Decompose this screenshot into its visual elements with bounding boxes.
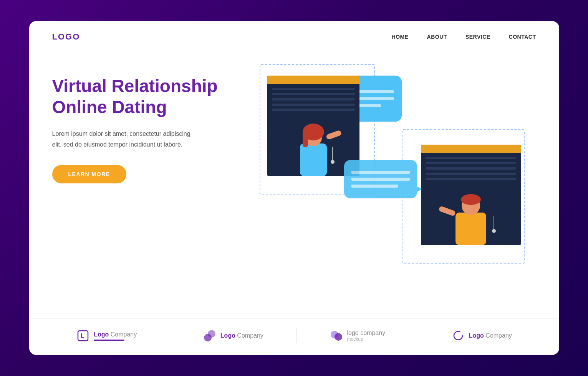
woman-illustration	[283, 117, 344, 176]
blind-slat	[272, 93, 355, 95]
nav-about[interactable]: ABOUT	[427, 34, 447, 40]
blind-slat	[272, 98, 355, 101]
footer-logo-text-4: Logo Company	[469, 332, 512, 339]
blind-slat	[426, 167, 516, 170]
nav: HOME ABOUT SERVICE CONTACT	[392, 34, 536, 40]
logo-1-icon: L	[77, 330, 89, 341]
window-blinds-2	[421, 153, 521, 184]
svg-text:L: L	[81, 333, 84, 339]
page-card: LOGO HOME ABOUT SERVICE CONTACT Virtual …	[29, 21, 559, 355]
chat-line-6	[351, 185, 398, 188]
window-woman	[267, 76, 359, 176]
svg-rect-0	[300, 143, 327, 176]
footer-logo-text-3: logo company mockup	[347, 330, 386, 342]
svg-rect-3	[303, 132, 308, 147]
footer-divider-1	[170, 328, 170, 343]
svg-point-9	[461, 194, 481, 205]
logo[interactable]: LOGO	[52, 32, 80, 42]
svg-point-16	[208, 330, 215, 338]
footer-divider-2	[296, 328, 296, 343]
footer-logo-3: logo company mockup	[330, 329, 386, 343]
main-content: Virtual Relationship Online Dating Lorem…	[29, 53, 559, 318]
footer-logo-icon-2	[203, 329, 217, 343]
right-section	[237, 60, 536, 318]
left-section: Virtual Relationship Online Dating Lorem…	[52, 60, 237, 318]
blind-slat	[272, 88, 355, 90]
logo-3-icon	[330, 329, 343, 342]
window-man	[421, 145, 521, 245]
chat-line-5	[351, 178, 410, 181]
logo-4-icon	[452, 329, 465, 342]
footer-logo-name-2: Logo Company	[220, 332, 263, 339]
nav-contact[interactable]: CONTACT	[509, 34, 536, 40]
hero-title: Virtual Relationship Online Dating	[52, 76, 237, 118]
footer-logo-name-1: Logo Company	[94, 331, 137, 338]
footer-logo-text-1: Logo Company	[94, 331, 137, 341]
svg-point-18	[335, 333, 342, 341]
svg-point-12	[492, 229, 496, 233]
window-blinds-1	[267, 84, 359, 115]
footer-logo-1: L Logo Company	[76, 329, 137, 343]
blind-slat	[426, 178, 516, 180]
learn-more-button[interactable]: LEARN MORE	[52, 165, 126, 183]
svg-rect-10	[438, 206, 456, 216]
window-top-2	[421, 145, 521, 153]
svg-point-6	[331, 160, 335, 164]
footer-logo-icon-4	[451, 329, 465, 343]
header: LOGO HOME ABOUT SERVICE CONTACT	[29, 21, 559, 53]
footer-logo-text-2: Logo Company	[220, 332, 263, 339]
blind-slat	[426, 173, 516, 175]
footer-logo-sub-3: mockup	[347, 336, 386, 342]
footer-logo-2: Logo Company	[203, 329, 263, 343]
chat-bubble-man	[344, 160, 417, 198]
hero-description: Lorem ipsum dolor sit amet, consectetur …	[52, 129, 198, 149]
footer-logos: L Logo Company Logo Company	[29, 318, 559, 355]
footer-logo-icon-3	[330, 329, 343, 343]
footer-logo-icon-1: L	[76, 329, 90, 343]
nav-home[interactable]: HOME	[392, 34, 409, 40]
window-bottom-2	[421, 184, 521, 245]
blind-slat	[426, 162, 516, 164]
footer-logo-name-3: logo company	[347, 330, 386, 336]
footer-logo-4: Logo Company	[451, 329, 512, 343]
window-frame-1	[267, 76, 359, 176]
blind-slat	[426, 157, 516, 159]
logo-2-icon	[203, 329, 216, 342]
window-top-1	[267, 76, 359, 84]
window-frame-2	[421, 145, 521, 245]
blind-slat	[272, 109, 355, 111]
svg-rect-7	[455, 213, 486, 245]
logo-underline-1	[94, 340, 124, 341]
chat-line-4	[351, 171, 410, 174]
footer-logo-name-4: Logo Company	[469, 332, 512, 339]
footer-divider-3	[418, 328, 418, 343]
svg-rect-4	[326, 130, 342, 140]
nav-service[interactable]: SERVICE	[465, 34, 490, 40]
man-illustration	[436, 186, 505, 245]
blind-slat	[272, 104, 355, 106]
